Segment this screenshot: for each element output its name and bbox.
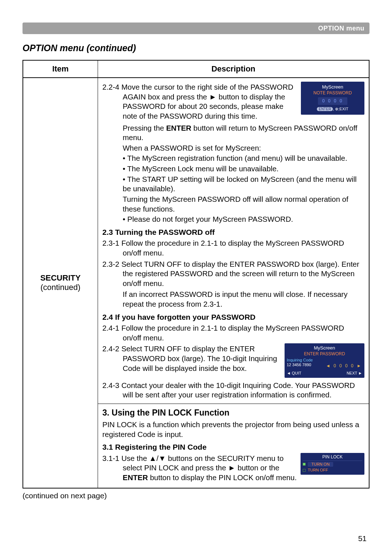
continued-note: (continued on next page) (23, 491, 369, 500)
checkbox-off-icon (303, 469, 306, 472)
checkbox-on-icon (303, 463, 306, 466)
bullet-2: • The MyScreen Lock menu will be unavail… (102, 164, 364, 174)
inquiring-label: Inquiring Code (287, 358, 362, 363)
panel-subtitle: NOTE PASSWORD (303, 90, 362, 96)
turn-on-row: TURN ON (303, 462, 362, 467)
quit-label: ◄ QUIT (287, 371, 301, 376)
panel-digits: 0 0 0 0 (318, 97, 348, 105)
step-2-2-4-c: When a PASSWORD is set for MyScreen: (102, 143, 364, 153)
item-cell: SECURITY (continued) (23, 78, 98, 488)
note-password-panel: MyScreen NOTE PASSWORD 0 0 0 0 ENTER, ⊕;… (301, 82, 364, 115)
panel-hint: ENTER, ⊕;EXIT (303, 107, 362, 112)
step-2-4-1: 2.4-1 Follow the procedure in 2.1-1 to d… (102, 323, 364, 343)
col-header-item: Item (23, 61, 98, 77)
page-number: 51 (358, 534, 367, 543)
bullet-3: • The START UP setting will be locked on… (102, 175, 364, 194)
col-header-description: Description (98, 61, 369, 77)
step-2-3-1: 2.3-1 Follow the procedure in 2.1-1 to d… (102, 238, 364, 258)
section-separator (98, 404, 369, 404)
heading-3: 3. Using the PIN LOCK Function (102, 408, 364, 418)
panel-digits: ◄ 0 0 0 0 ► (326, 363, 362, 369)
breadcrumb: OPTION menu (318, 25, 364, 32)
para-3: PIN LOCK is a function which prevents th… (102, 420, 364, 439)
step-2-4-3: 2.4-3 Contact your dealer with the 10-di… (102, 381, 364, 400)
table-row: SECURITY (continued) MyScreen NOTE PASSW… (23, 78, 369, 488)
panel-title: MyScreen (287, 345, 362, 351)
bullet-1: • The MyScreen registration function (an… (102, 154, 364, 163)
heading-3-1: 3.1 Registering the PIN Code (102, 442, 364, 452)
item-subtitle: (continued) (40, 283, 80, 292)
step-2-2-4-d: Turning the MyScreen PASSWORD off will a… (102, 195, 364, 214)
turn-off-row: TURN OFF (303, 468, 362, 473)
step-2-2-4-b: Pressing the ENTER button will return to… (102, 123, 364, 143)
panel-title: PIN LOCK (303, 454, 362, 461)
option-table: Item Description SECURITY (continued) My… (23, 60, 369, 488)
table-header-row: Item Description (23, 61, 369, 78)
heading-2-4: 2.4 If you have forgotten your PASSWORD (102, 312, 364, 322)
item-title: SECURITY (40, 273, 81, 283)
heading-2-3: 2.3 Turning the PASSWORD off (102, 227, 364, 237)
section-title: OPTION menu (continued) (23, 43, 369, 53)
panel-subtitle: ENTER PASSWORD (287, 351, 362, 357)
enter-password-panel: MyScreen ENTER PASSWORD Inquiring Code 1… (285, 343, 364, 378)
enter-badge: ENTER (317, 107, 333, 111)
next-label: NEXT ► (347, 371, 362, 376)
description-cell: MyScreen NOTE PASSWORD 0 0 0 0 ENTER, ⊕;… (98, 78, 369, 488)
turn-on-label: TURN ON (308, 462, 333, 467)
step-2-3-2: 2.3-2 Select TURN OFF to display the ENT… (102, 259, 364, 289)
panel-title: MyScreen (303, 84, 362, 90)
step-2-3-2b: If an incorrect PASSWORD is input the me… (102, 290, 364, 309)
bullet-4: • Please do not forget your MyScreen PAS… (102, 214, 364, 224)
turn-off-label: TURN OFF (308, 468, 328, 473)
header-bar: OPTION menu (23, 23, 369, 34)
pin-lock-panel: PIN LOCK TURN ON TURN OFF (301, 453, 364, 475)
